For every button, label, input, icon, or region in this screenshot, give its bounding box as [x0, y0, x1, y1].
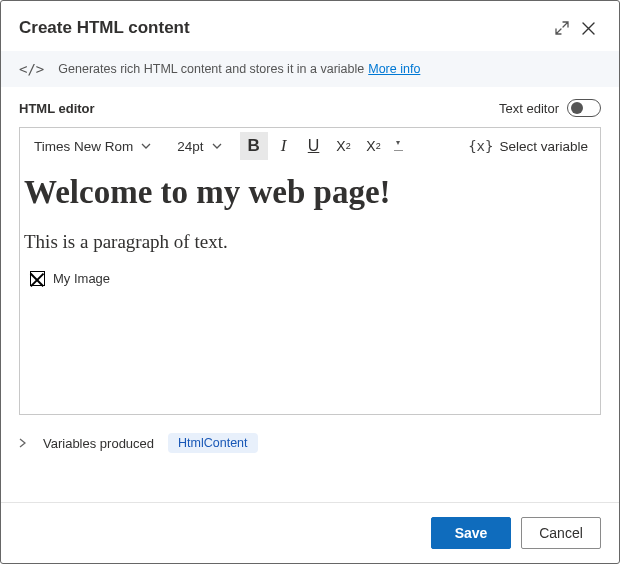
editor-content[interactable]: Welcome to my web page! This is a paragr…	[20, 164, 600, 414]
font-family-value: Times New Rom	[34, 139, 133, 154]
variables-produced-label: Variables produced	[43, 436, 154, 451]
dialog-title: Create HTML content	[19, 18, 549, 38]
info-bar: </> Generates rich HTML content and stor…	[1, 51, 619, 87]
switch-knob	[571, 102, 583, 114]
bold-button[interactable]: B	[240, 132, 268, 160]
info-text: Generates rich HTML content and stores i…	[58, 62, 364, 76]
image-alt-text: My Image	[53, 271, 110, 286]
font-family-dropdown[interactable]: Times New Rom	[26, 136, 159, 157]
more-tools-button[interactable]: ▾ —	[390, 132, 406, 160]
text-editor-switch[interactable]	[567, 99, 601, 117]
cancel-button[interactable]: Cancel	[521, 517, 601, 549]
text-editor-toggle-group: Text editor	[499, 99, 601, 117]
chevron-right-icon	[19, 438, 29, 448]
create-html-dialog: Create HTML content </> Generates rich H…	[0, 0, 620, 564]
chevron-down-icon: ▾	[396, 140, 400, 145]
code-icon: </>	[19, 61, 44, 77]
editor-header: HTML editor Text editor	[1, 87, 619, 123]
font-size-value: 24pt	[177, 139, 203, 154]
variable-icon: {x}	[468, 138, 493, 154]
editor-toolbar: Times New Rom 24pt B I U X2 X2 ▾ —	[20, 128, 600, 164]
content-heading[interactable]: Welcome to my web page!	[24, 174, 596, 211]
variables-produced-row[interactable]: Variables produced HtmlContent	[1, 415, 619, 457]
dialog-titlebar: Create HTML content	[1, 1, 619, 51]
superscript-button[interactable]: X2	[360, 132, 388, 160]
select-variable-label: Select variable	[499, 139, 588, 154]
broken-image-icon	[30, 271, 45, 286]
editor-label: HTML editor	[19, 101, 499, 116]
variable-chip[interactable]: HtmlContent	[168, 433, 257, 453]
subscript-button[interactable]: X2	[330, 132, 358, 160]
more-info-link[interactable]: More info	[368, 62, 420, 76]
chevron-down-icon	[212, 143, 222, 149]
image-placeholder[interactable]: My Image	[24, 271, 596, 286]
expand-icon[interactable]	[549, 15, 575, 41]
underline-button[interactable]: U	[300, 132, 328, 160]
font-size-dropdown[interactable]: 24pt	[169, 136, 229, 157]
select-variable-button[interactable]: {x} Select variable	[468, 138, 594, 154]
dialog-footer: Save Cancel	[1, 502, 619, 563]
italic-button[interactable]: I	[270, 132, 298, 160]
chevron-down-icon	[141, 143, 151, 149]
close-icon[interactable]	[575, 15, 601, 41]
text-editor-label: Text editor	[499, 101, 559, 116]
content-paragraph[interactable]: This is a paragraph of text.	[24, 231, 596, 253]
html-editor: Times New Rom 24pt B I U X2 X2 ▾ —	[19, 127, 601, 415]
save-button[interactable]: Save	[431, 517, 511, 549]
